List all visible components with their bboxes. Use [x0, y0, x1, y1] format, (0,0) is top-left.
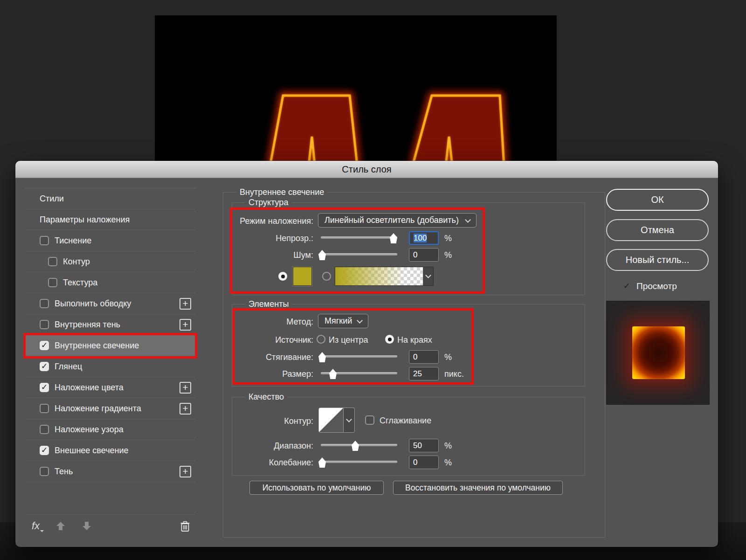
sidebar-item-label: Глянец [55, 362, 82, 372]
document-canvas [155, 15, 557, 161]
source-center-radio[interactable] [317, 335, 325, 344]
effect-enabled-checkbox[interactable] [40, 383, 49, 392]
contour-picker-button[interactable] [344, 408, 355, 433]
styles-list: СтилиПараметры наложенияТиснениеКонтурТе… [26, 188, 197, 482]
range-label: Диапазон: [221, 441, 313, 451]
preview-checkbox-label: Просмотр [636, 281, 677, 291]
contour-thumbnail[interactable] [318, 408, 344, 433]
jitter-slider-track[interactable] [321, 461, 397, 463]
effect-enabled-checkbox[interactable] [40, 467, 49, 476]
add-effect-button[interactable]: + [180, 319, 191, 331]
effect-enabled-checkbox[interactable] [40, 236, 49, 245]
sidebar-item-9[interactable]: Наложение цвета+ [26, 377, 195, 398]
panel-legend: Внутреннее свечение [236, 187, 327, 197]
sidebar-item-label: Тень [55, 467, 73, 477]
elements-legend: Элементы [245, 299, 292, 309]
gradient-fill-radio[interactable] [322, 272, 331, 281]
choke-unit: % [444, 353, 452, 362]
cancel-button[interactable]: Отмена [606, 219, 709, 241]
sidebar-item-label: Текстура [63, 278, 97, 288]
new-style-button[interactable]: Новый стиль... [606, 249, 709, 271]
add-effect-button[interactable]: + [180, 298, 191, 310]
size-unit: пикс. [444, 369, 464, 379]
sidebar-toolbar: fx [26, 514, 195, 537]
sidebar-item-1[interactable]: Параметры наложения [26, 209, 195, 230]
effect-enabled-checkbox[interactable] [40, 425, 49, 434]
chevron-down-icon [465, 217, 471, 223]
sidebar-item-4[interactable]: Текстура [26, 272, 195, 293]
range-input[interactable]: 50 [409, 439, 439, 452]
letter-m-2 [410, 96, 504, 161]
chevron-down-icon [425, 272, 431, 278]
add-effect-button[interactable]: + [180, 382, 191, 394]
chevron-down-icon [357, 318, 363, 324]
effect-enabled-checkbox[interactable] [40, 362, 49, 371]
styles-sidebar: СтилиПараметры наложенияТиснениеКонтурТе… [26, 188, 197, 537]
add-effect-button[interactable]: + [180, 403, 191, 415]
color-fill-radio[interactable] [278, 272, 287, 281]
sidebar-item-label: Наложение цвета [55, 383, 124, 393]
glow-preview-square [632, 326, 685, 379]
gradient-picker-button[interactable] [423, 267, 434, 286]
effect-enabled-checkbox[interactable] [40, 404, 49, 413]
effect-enabled-checkbox[interactable] [40, 446, 49, 455]
layer-style-dialog: Стиль слоя СтилиПараметры наложенияТисне… [15, 161, 718, 547]
noise-slider-track[interactable] [321, 253, 397, 256]
sidebar-item-7[interactable]: Внутреннее свечение [26, 335, 195, 356]
jitter-input[interactable]: 0 [409, 456, 439, 469]
ok-button[interactable]: ОК [606, 189, 709, 211]
opacity-unit: % [444, 234, 452, 243]
sidebar-item-0[interactable]: Стили [26, 188, 195, 209]
choke-label: Стягивание: [221, 353, 313, 362]
dialog-titlebar[interactable]: Стиль слоя [15, 161, 718, 178]
effect-enabled-checkbox[interactable] [48, 278, 57, 287]
technique-dropdown[interactable]: Мягкий [318, 314, 368, 328]
move-up-icon[interactable] [55, 521, 66, 531]
effect-enabled-checkbox[interactable] [40, 320, 49, 329]
glow-color-swatch[interactable] [293, 267, 312, 286]
range-slider-track[interactable] [321, 444, 397, 446]
opacity-label: Непрозр.: [221, 234, 313, 243]
sidebar-item-label: Внешнее свечение [55, 446, 129, 456]
blend-mode-value: Линейный осветлитель (добавить) [325, 215, 459, 225]
delete-style-icon[interactable] [180, 521, 190, 532]
choke-slider-track[interactable] [321, 355, 397, 358]
set-default-button[interactable]: Использовать по умолчанию [249, 481, 384, 495]
sidebar-item-label: Тиснение [55, 236, 91, 246]
style-preview-thumbnail [606, 301, 710, 405]
source-edge-radio[interactable] [385, 335, 394, 344]
sidebar-item-11[interactable]: Наложение узора [26, 419, 195, 440]
chevron-down-icon [346, 416, 352, 422]
sidebar-item-10[interactable]: Наложение градиента+ [26, 398, 195, 419]
sidebar-item-3[interactable]: Контур [26, 251, 195, 272]
photoshop-workspace: Стиль слоя СтилиПараметры наложенияТисне… [0, 0, 746, 560]
add-effect-button[interactable]: + [180, 466, 191, 477]
choke-input[interactable]: 0 [409, 350, 439, 364]
sidebar-item-label: Параметры наложения [40, 215, 130, 225]
jitter-label: Колебание: [221, 458, 313, 468]
size-input[interactable]: 25 [409, 367, 439, 380]
glow-gradient-bar[interactable] [335, 267, 423, 286]
move-down-icon[interactable] [82, 521, 92, 531]
sidebar-item-2[interactable]: Тиснение [26, 230, 195, 251]
sidebar-item-6[interactable]: Внутренняя тень+ [26, 314, 195, 335]
source-edge-label: На краях [397, 335, 432, 345]
sidebar-item-5[interactable]: Выполнить обводку+ [26, 293, 195, 314]
fx-menu-button[interactable]: fx [32, 520, 40, 532]
sidebar-item-8[interactable]: Глянец [26, 356, 195, 377]
sidebar-item-13[interactable]: Тень+ [26, 461, 195, 482]
opacity-input[interactable]: 100 [409, 231, 439, 245]
quality-legend: Качество [245, 392, 287, 402]
blend-mode-label: Режим наложения: [193, 216, 313, 226]
effect-enabled-checkbox[interactable] [40, 299, 49, 308]
anti-aliased-checkbox[interactable] [365, 415, 374, 425]
reset-default-button[interactable]: Восстановить значения по умолчанию [393, 481, 563, 495]
sidebar-item-12[interactable]: Внешнее свечение [26, 440, 195, 461]
blend-mode-dropdown[interactable]: Линейный осветлитель (добавить) [318, 213, 477, 228]
effect-enabled-checkbox[interactable] [40, 341, 49, 350]
noise-input[interactable]: 0 [409, 248, 439, 262]
effect-enabled-checkbox[interactable] [48, 257, 57, 266]
opacity-slider-track[interactable] [321, 236, 397, 239]
sidebar-item-label: Выполнить обводку [55, 299, 131, 309]
sidebar-item-label: Стили [40, 194, 64, 204]
